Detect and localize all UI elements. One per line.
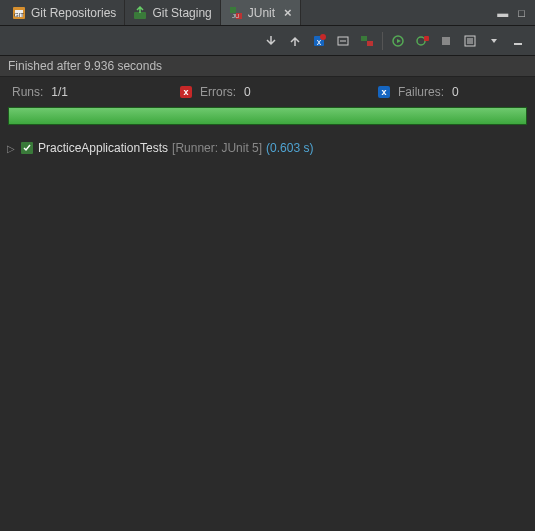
minimize-view-button[interactable] xyxy=(509,32,527,50)
failures-only-button[interactable]: x xyxy=(310,32,328,50)
tab-label: Git Repositories xyxy=(31,6,116,20)
runs-label: Runs: xyxy=(12,85,43,99)
git-staging-icon xyxy=(133,6,147,20)
failures-label: Failures: xyxy=(398,85,444,99)
view-menu-dropdown[interactable] xyxy=(485,32,503,50)
test-time: (0.603 s) xyxy=(266,141,313,155)
close-icon[interactable]: × xyxy=(284,6,292,19)
git-repo-icon: GIT xyxy=(12,6,26,20)
scroll-lock-button[interactable] xyxy=(334,32,352,50)
svg-text:GIT: GIT xyxy=(14,12,24,18)
svg-rect-16 xyxy=(442,37,450,45)
window-controls: ▬ □ xyxy=(497,7,531,19)
junit-icon: JU xyxy=(229,6,243,20)
errors-icon: x xyxy=(180,86,192,98)
show-skipped-button[interactable] xyxy=(358,32,376,50)
svg-rect-15 xyxy=(424,36,429,41)
svg-point-14 xyxy=(417,37,425,45)
history-button[interactable] xyxy=(461,32,479,50)
test-pass-icon xyxy=(20,141,34,155)
test-runner: [Runner: JUnit 5] xyxy=(172,141,262,155)
toolbar: x xyxy=(0,26,535,56)
errors-value: 0 xyxy=(244,85,251,99)
svg-rect-11 xyxy=(361,36,367,41)
tab-bar: GIT Git Repositories Git Staging JU JUni… xyxy=(0,0,535,26)
stats-row: Runs: 1/1 x Errors: 0 x Failures: 0 xyxy=(0,77,535,107)
tree-row[interactable]: ▷ PracticeApplicationTests [Runner: JUni… xyxy=(6,139,529,157)
tab-git-repositories[interactable]: GIT Git Repositories xyxy=(4,0,125,25)
svg-rect-3 xyxy=(134,12,146,19)
runs-value: 1/1 xyxy=(51,85,68,99)
expand-icon[interactable]: ▷ xyxy=(6,143,16,154)
tab-label: Git Staging xyxy=(152,6,211,20)
tab-git-staging[interactable]: Git Staging xyxy=(125,0,220,25)
rerun-test-button[interactable] xyxy=(389,32,407,50)
next-failure-button[interactable] xyxy=(262,32,280,50)
svg-rect-18 xyxy=(514,43,522,45)
tab-junit[interactable]: JU JUnit × xyxy=(221,0,301,25)
svg-point-9 xyxy=(320,34,326,40)
svg-rect-12 xyxy=(367,41,373,46)
progress-container xyxy=(0,107,535,133)
svg-text:JU: JU xyxy=(232,13,239,19)
toolbar-separator xyxy=(382,32,383,50)
status-text: Finished after 9.936 seconds xyxy=(8,59,162,73)
stat-runs: Runs: 1/1 xyxy=(12,85,172,99)
failures-icon: x xyxy=(378,86,390,98)
tabs-container: GIT Git Repositories Git Staging JU JUni… xyxy=(4,0,301,25)
test-tree: ▷ PracticeApplicationTests [Runner: JUni… xyxy=(0,133,535,163)
status-line: Finished after 9.936 seconds xyxy=(0,56,535,77)
minimize-button[interactable]: ▬ xyxy=(497,7,508,19)
prev-failure-button[interactable] xyxy=(286,32,304,50)
test-name: PracticeApplicationTests xyxy=(38,141,168,155)
stat-errors: x Errors: 0 xyxy=(180,85,370,99)
tab-label: JUnit xyxy=(248,6,275,20)
stat-failures: x Failures: 0 xyxy=(378,85,459,99)
failures-value: 0 xyxy=(452,85,459,99)
progress-fill xyxy=(9,108,526,124)
stop-button[interactable] xyxy=(437,32,455,50)
progress-bar xyxy=(8,107,527,125)
errors-label: Errors: xyxy=(200,85,236,99)
maximize-button[interactable]: □ xyxy=(518,7,525,19)
rerun-failed-button[interactable] xyxy=(413,32,431,50)
